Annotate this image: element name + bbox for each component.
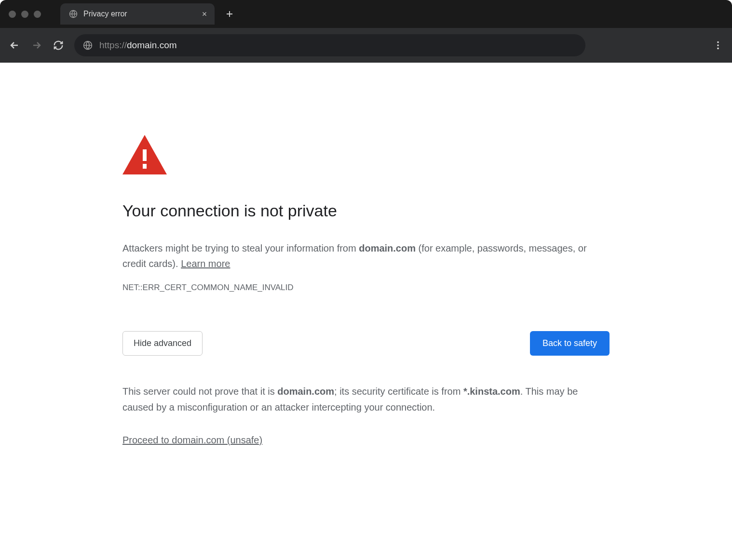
- url-scheme: https://: [99, 40, 127, 50]
- proceed-unsafe-link[interactable]: Proceed to domain.com (unsafe): [122, 435, 262, 445]
- details-paragraph: This server could not prove that it is d…: [122, 384, 610, 415]
- url-host: domain.com: [127, 40, 177, 50]
- window-controls: [5, 11, 47, 18]
- minimize-window-button[interactable]: [21, 11, 28, 18]
- button-row: Hide advanced Back to safety: [122, 331, 610, 356]
- details-cert: *.kinsta.com: [463, 386, 520, 397]
- warning-paragraph: Attackers might be trying to steal your …: [122, 240, 610, 271]
- svg-point-3: [717, 44, 719, 46]
- details-pre: This server could not prove that it is: [122, 386, 277, 397]
- error-code: NET::ERR_CERT_COMMON_NAME_INVALID: [122, 283, 610, 293]
- svg-point-4: [717, 48, 719, 50]
- url-text: https://domain.com: [99, 40, 177, 51]
- svg-rect-6: [143, 149, 147, 161]
- page-content: Your connection is not private Attackers…: [0, 63, 732, 446]
- back-button[interactable]: [9, 40, 20, 51]
- browser-tab[interactable]: Privacy error: [60, 3, 215, 25]
- hide-advanced-button[interactable]: Hide advanced: [122, 331, 203, 356]
- address-bar[interactable]: https://domain.com: [74, 34, 585, 56]
- warn-domain: domain.com: [359, 243, 416, 253]
- reload-button[interactable]: [53, 40, 64, 51]
- details-mid: ; its security certificate is from: [334, 386, 463, 397]
- warning-triangle-icon: [122, 135, 610, 176]
- maximize-window-button[interactable]: [34, 11, 41, 18]
- browser-toolbar: https://domain.com: [0, 28, 732, 63]
- page-title: Your connection is not private: [122, 201, 610, 220]
- close-tab-icon[interactable]: [201, 11, 208, 17]
- learn-more-link[interactable]: Learn more: [181, 258, 230, 269]
- tab-strip: Privacy error: [0, 0, 732, 28]
- svg-rect-7: [143, 164, 147, 169]
- back-to-safety-button[interactable]: Back to safety: [530, 331, 610, 356]
- globe-icon: [69, 10, 78, 18]
- warn-text-pre: Attackers might be trying to steal your …: [122, 243, 359, 253]
- not-secure-icon: [83, 40, 93, 50]
- browser-chrome: Privacy error https://domain.com: [0, 0, 732, 63]
- details-domain: domain.com: [277, 386, 334, 397]
- forward-button[interactable]: [31, 40, 42, 51]
- new-tab-button[interactable]: [225, 10, 234, 18]
- svg-point-2: [717, 41, 719, 43]
- kebab-menu-icon[interactable]: [713, 40, 723, 51]
- close-window-button[interactable]: [9, 11, 16, 18]
- tab-title: Privacy error: [83, 10, 195, 18]
